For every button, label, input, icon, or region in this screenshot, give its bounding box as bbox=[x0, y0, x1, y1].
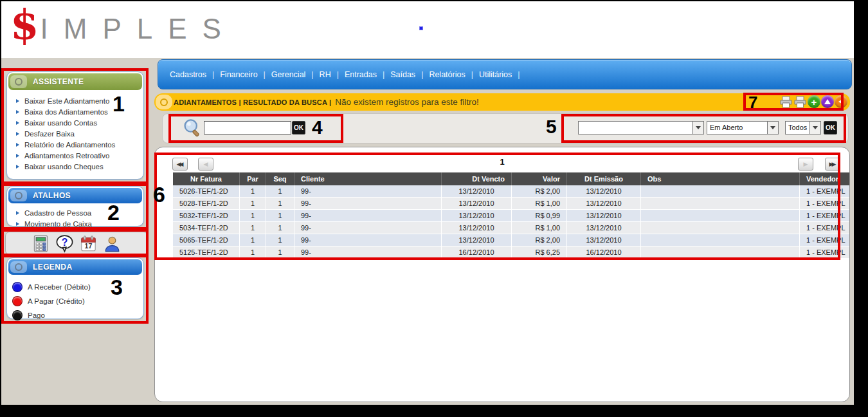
chevron-down-icon[interactable] bbox=[809, 122, 820, 134]
cell-valor: R$ 6,25 bbox=[512, 246, 567, 259]
cell-obs bbox=[641, 246, 800, 259]
menu-bar-item[interactable]: Utilitários bbox=[479, 70, 512, 79]
filter-select-scope-value: Todos bbox=[788, 124, 807, 131]
menu-bar-item[interactable]: RH bbox=[320, 70, 331, 79]
sidebar-menu-item[interactable]: Baixar Este Adiantamento bbox=[10, 95, 141, 106]
legend-label: A Receber (Débito) bbox=[28, 283, 91, 291]
cell-cliente: 99- bbox=[294, 198, 442, 210]
svg-text:?: ? bbox=[61, 236, 68, 247]
cell-seq: 1 bbox=[266, 222, 294, 234]
menu-item-label: Movimento de Caixa bbox=[24, 220, 92, 228]
cell-obs bbox=[641, 222, 800, 234]
menu-separator: | bbox=[337, 70, 339, 79]
menu-item-label: Baixar usando Contas bbox=[24, 119, 97, 127]
cell-par: 1 bbox=[240, 246, 266, 259]
cell-seq: 1 bbox=[266, 210, 294, 222]
cell-valor: R$ 0,99 bbox=[512, 210, 567, 222]
table-row[interactable]: 5065-TEF/1-2D 1 1 99- 13/12/2010 R$ 2,00… bbox=[173, 234, 850, 246]
cell-vendedor: 1 - EXEMPL bbox=[800, 198, 850, 210]
calendar-icon[interactable]: 17 bbox=[80, 235, 97, 252]
legend-item: A Pagar (Crédito) bbox=[12, 294, 140, 308]
filter-select-1[interactable] bbox=[578, 121, 704, 134]
chevron-down-icon[interactable] bbox=[692, 122, 703, 134]
menu-bar-item[interactable]: Entradas bbox=[345, 70, 377, 79]
header-dt-emissao: Dt Emissão bbox=[567, 172, 641, 185]
pagination-next-button[interactable]: ▶ bbox=[798, 158, 813, 171]
bullet-icon bbox=[16, 222, 19, 226]
cell-cliente: 99- bbox=[294, 222, 442, 234]
legend-item: Pago bbox=[12, 308, 140, 322]
cell-valor: R$ 2,00 bbox=[512, 234, 567, 246]
menu-item-label: Baixar usando Cheques bbox=[24, 163, 104, 171]
table-row[interactable]: 5034-TEF/1-2D 1 1 99- 13/12/2010 R$ 1,00… bbox=[173, 222, 850, 234]
chevron-down-icon[interactable] bbox=[767, 122, 778, 134]
results-panel: ◀◀ ◀ 1 ▶ ▶▶ Nr Fatura Par Seq Cliente Dt… bbox=[154, 147, 850, 402]
menu-item-label: Desfazer Baixa bbox=[24, 130, 75, 138]
legend-color-dot bbox=[12, 296, 23, 306]
sidebar-menu-item[interactable]: Desfazer Baixa bbox=[10, 128, 141, 139]
filter-select-scope[interactable]: Todos bbox=[785, 121, 821, 134]
menu-bar-item[interactable]: Cadastros bbox=[170, 70, 206, 79]
sidebar-menu-item[interactable]: Relatório de Adiantamentos bbox=[10, 139, 141, 150]
results-table: Nr Fatura Par Seq Cliente Dt Vencto Valo… bbox=[173, 172, 850, 259]
table-row[interactable]: 5026-TEF/1-2D 1 1 99- 13/12/2010 R$ 2,00… bbox=[173, 185, 850, 198]
assistente-header: ASSISTENTE bbox=[8, 73, 142, 90]
print-alt-icon[interactable] bbox=[793, 96, 807, 108]
menu-bar-item[interactable]: Financeiro bbox=[220, 70, 257, 79]
sidebar-menu-item[interactable]: Baixar usando Contas bbox=[10, 117, 141, 128]
bullet-icon bbox=[16, 132, 19, 136]
sidebar-menu-item[interactable]: Cadastro de Pessoa bbox=[10, 207, 141, 218]
logo-dollar-icon: $ bbox=[10, 4, 39, 45]
bullet-icon bbox=[16, 121, 19, 125]
pagination-page-number: 1 bbox=[155, 157, 849, 167]
sidebar-menu-item[interactable]: Baixar usando Cheques bbox=[10, 161, 141, 172]
bullet-icon bbox=[16, 110, 19, 114]
search-icon[interactable] bbox=[182, 118, 203, 141]
assistente-title: ASSISTENTE bbox=[33, 77, 84, 86]
sidebar-menu-item[interactable]: Adiantamentos Retroativo bbox=[10, 150, 141, 161]
help-icon[interactable]: ? bbox=[55, 234, 74, 253]
header-valor: Valor bbox=[512, 172, 567, 185]
cell-nr-fatura: 5065-TEF/1-2D bbox=[173, 234, 240, 246]
pagination-last-button[interactable]: ▶▶ bbox=[825, 158, 840, 171]
table-row[interactable]: 5032-TEF/1-2D 1 1 99- 13/12/2010 R$ 0,99… bbox=[173, 210, 850, 222]
search-input[interactable] bbox=[204, 121, 291, 134]
menu-separator: | bbox=[421, 70, 423, 79]
legenda-title: LEGENDA bbox=[33, 263, 72, 272]
up-icon[interactable] bbox=[821, 95, 834, 108]
table-row[interactable]: 5028-TEF/1-2D 1 1 99- 13/12/2010 R$ 1,00… bbox=[173, 198, 850, 210]
table-row[interactable]: 5125-TEF/1-2D 1 1 99- 16/12/2010 R$ 6,25… bbox=[173, 246, 850, 259]
legend-label: Pago bbox=[28, 311, 45, 319]
menu-bar-item[interactable]: Relatórios bbox=[429, 70, 465, 79]
cell-vendedor: 1 - EXEMPL bbox=[800, 222, 850, 234]
table-body: 5026-TEF/1-2D 1 1 99- 13/12/2010 R$ 2,00… bbox=[173, 185, 850, 259]
bullet-icon bbox=[16, 211, 19, 215]
print-icon[interactable] bbox=[779, 96, 793, 108]
atalhos-panel: ATALHOS Cadastro de Pessoa Movimento de … bbox=[6, 186, 144, 227]
cell-vendedor: 1 - EXEMPL bbox=[800, 246, 850, 259]
menu-item-label: Adiantamentos Retroativo bbox=[24, 152, 109, 160]
sidebar-menu-item[interactable]: Movimento de Caixa bbox=[10, 218, 141, 229]
menu-bar-item[interactable]: Gerencial bbox=[271, 70, 306, 79]
cell-dt-vencto: 13/12/2010 bbox=[442, 210, 512, 222]
user-icon[interactable] bbox=[103, 234, 122, 253]
cell-vendedor: 1 - EXEMPL bbox=[800, 210, 850, 222]
menu-separator: | bbox=[518, 70, 520, 79]
menu-item-label: Baixar Este Adiantamento bbox=[24, 97, 109, 105]
back-icon[interactable] bbox=[835, 95, 847, 108]
calculator-icon[interactable] bbox=[32, 235, 50, 252]
filter-select-status[interactable]: Em Aberto bbox=[707, 121, 779, 134]
cell-valor: R$ 1,00 bbox=[512, 222, 567, 234]
menu-item-label: Relatório de Adiantamentos bbox=[24, 141, 115, 149]
cell-vendedor: 1 - EXEMPL bbox=[800, 185, 850, 198]
search-ok-button[interactable]: OK bbox=[292, 121, 305, 134]
menu-bar-item[interactable]: Saídas bbox=[390, 70, 415, 79]
cell-dt-emissao: 13/12/2010 bbox=[567, 185, 641, 198]
legend-item: A Receber (Débito) bbox=[12, 280, 140, 294]
cell-par: 1 bbox=[240, 222, 266, 234]
bullet-icon bbox=[16, 99, 19, 103]
add-icon[interactable]: + bbox=[808, 95, 820, 108]
cell-obs bbox=[641, 234, 800, 246]
sidebar-menu-item[interactable]: Baixa dos Adiantamentos bbox=[10, 106, 141, 117]
filter-ok-button[interactable]: OK bbox=[824, 121, 837, 134]
